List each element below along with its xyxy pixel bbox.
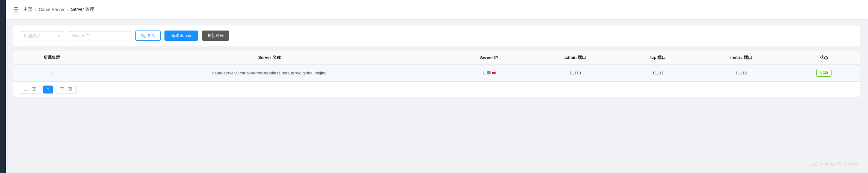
page-1-button[interactable]: 1 bbox=[43, 86, 53, 93]
cluster-select-wrapper: 所属集群 ▼ bbox=[20, 31, 64, 40]
col-cluster: 所属集群 bbox=[13, 51, 90, 64]
cell-tcp-port: 11111 bbox=[621, 64, 695, 81]
breadcrumb-current: Server 管理 bbox=[71, 7, 94, 12]
breadcrumb-home[interactable]: 主页 bbox=[24, 7, 32, 12]
breadcrumb-sep-1: / bbox=[35, 7, 36, 12]
ip-text: 1. bbox=[483, 70, 486, 75]
breadcrumb-sep-2: / bbox=[67, 7, 69, 12]
server-table: 所属集群 Server 名称 Server IP admin 端口 tcp 端口… bbox=[13, 51, 860, 81]
search-icon: 🔍 bbox=[141, 33, 146, 38]
table-header: 所属集群 Server 名称 Server IP admin 端口 tcp 端口… bbox=[13, 51, 860, 64]
cell-cluster: - bbox=[13, 64, 90, 81]
ip-dot-gray bbox=[487, 71, 491, 75]
search-button[interactable]: 🔍 查询 bbox=[135, 31, 161, 41]
pagination-bar: 上一页 1 下一页 bbox=[13, 81, 860, 97]
col-server-ip: Server IP bbox=[448, 51, 530, 64]
breadcrumb-canal-server[interactable]: Canal Server bbox=[39, 7, 65, 12]
filter-bar: 所属集群 ▼ 🔍 查询 新建Server 刷新列表 bbox=[13, 25, 860, 46]
refresh-button[interactable]: 刷新列表 bbox=[202, 31, 229, 41]
cell-server-ip: 1. bbox=[448, 64, 530, 81]
col-tcp-port: tcp 端口 bbox=[621, 51, 695, 64]
table-body: - canal-server-0.canal-server-headless.d… bbox=[13, 64, 860, 81]
ip-dot-red bbox=[492, 72, 496, 74]
cell-server-name: canal-server-0.canal-server-headless.def… bbox=[90, 64, 448, 81]
server-ip-input[interactable] bbox=[68, 31, 131, 40]
cell-admin-port: 11110 bbox=[530, 64, 621, 81]
table-row: - canal-server-0.canal-server-headless.d… bbox=[13, 64, 860, 81]
col-status: 状态 bbox=[787, 51, 860, 64]
header: ☰ 主页 / Canal Server / Server 管理 bbox=[6, 0, 868, 19]
col-admin-port: admin 端口 bbox=[530, 51, 621, 64]
new-server-button[interactable]: 新建Server bbox=[164, 31, 198, 41]
search-label: 查询 bbox=[147, 33, 155, 38]
col-server-name: Server 名称 bbox=[90, 51, 448, 64]
col-metric-port: metric 端口 bbox=[695, 51, 787, 64]
server-table-container: 所属集群 Server 名称 Server IP admin 端口 tcp 端口… bbox=[13, 51, 860, 97]
content-area: 所属集群 ▼ 🔍 查询 新建Server 刷新列表 所属集群 Server 名称… bbox=[6, 19, 868, 173]
breadcrumb: 主页 / Canal Server / Server 管理 bbox=[24, 7, 94, 12]
cell-metric-port: 11112 bbox=[695, 64, 787, 81]
status-badge: 启动 bbox=[816, 69, 832, 77]
prev-page-button[interactable]: 上一页 bbox=[20, 85, 40, 94]
main-content: ☰ 主页 / Canal Server / Server 管理 所属集群 ▼ 🔍… bbox=[6, 0, 868, 173]
next-page-button[interactable]: 下一页 bbox=[56, 85, 76, 94]
cell-status: 启动 bbox=[787, 64, 860, 81]
menu-icon[interactable]: ☰ bbox=[13, 6, 19, 13]
sidebar bbox=[0, 0, 6, 173]
cluster-select[interactable]: 所属集群 bbox=[20, 31, 64, 40]
ip-cell-content: 1. bbox=[454, 70, 525, 75]
